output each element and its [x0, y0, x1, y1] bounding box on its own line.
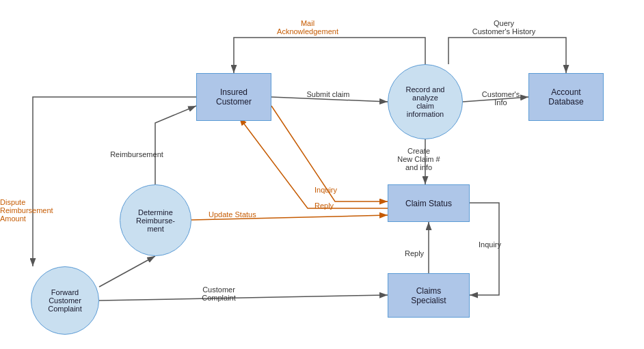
record-analyze-node: Record andanalyzeclaiminformation [388, 64, 463, 139]
claim-status-label: Claim Status [405, 199, 452, 208]
forward-complaint-node: ForwardCustomerComplaint [31, 266, 99, 335]
account-database-label: AccountDatabase [548, 87, 583, 107]
record-analyze-label: Record andanalyzeclaiminformation [406, 85, 445, 118]
diagram: InsuredCustomer Record andanalyzeclaimin… [0, 0, 644, 349]
submit-claim-label: Submit claim [297, 90, 359, 98]
mail-ack-label: MailAcknowledgement [267, 19, 349, 36]
create-claim-label: CreateNew Claim #and info [379, 147, 458, 171]
inquiry1-label: Inquiry [314, 186, 337, 194]
claims-specialist-label: ClaimsSpecialist [411, 286, 446, 305]
insured-customer-label: InsuredCustomer [216, 87, 252, 107]
claim-status-node: Claim Status [388, 184, 470, 222]
dispute-label: DisputeReimbursementAmount [0, 198, 55, 223]
insured-customer-node: InsuredCustomer [196, 73, 271, 121]
update-status-label: Update Status [209, 210, 256, 219]
determine-reimbursement-label: DetermineReimburse-ment [136, 208, 175, 233]
determine-reimbursement-node: DetermineReimburse-ment [120, 184, 191, 256]
account-database-node: AccountDatabase [528, 73, 604, 121]
reimbursement-label: Reimbursement [106, 150, 167, 158]
claims-specialist-node: ClaimsSpecialist [388, 273, 470, 318]
inquiry2-label: Inquiry [479, 240, 501, 249]
reply2-label: Reply [405, 249, 424, 257]
customer-complaint-label: CustomerComplaint [185, 285, 253, 302]
reply1-label: Reply [314, 201, 334, 210]
query-history-label: QueryCustomer's History [459, 19, 548, 36]
forward-complaint-label: ForwardCustomerComplaint [48, 288, 82, 313]
customers-info-label: Customer'sInfo [475, 90, 526, 107]
